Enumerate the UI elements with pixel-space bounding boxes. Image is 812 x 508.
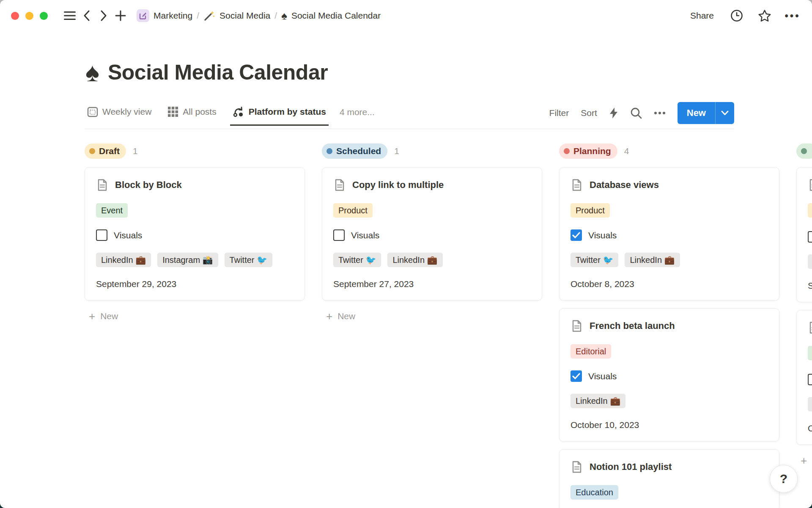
search-icon (630, 107, 642, 119)
category-tag: Product (333, 203, 373, 218)
new-dropdown-button[interactable] (715, 102, 734, 124)
visuals-checkbox[interactable] (808, 374, 812, 385)
category-tag (808, 346, 812, 360)
filter-button[interactable]: Filter (549, 108, 569, 118)
board-column: Scheduled 1 Copy link to multiple Produc… (322, 144, 542, 325)
platform-tag: LinkedIn 💼 (571, 394, 625, 408)
traffic-lights (11, 12, 48, 20)
platform-tags: Twitter 🐦LinkedIn 💼 (333, 253, 531, 267)
wand-icon (203, 10, 215, 22)
platform-tag: LinkedIn 💼 (625, 253, 680, 267)
card-title-row: Database views (571, 179, 768, 191)
minimize-window-button[interactable] (25, 12, 33, 20)
toolbar-right: Share ••• (687, 7, 801, 24)
column-name: Scheduled (336, 146, 381, 156)
board: Draft 1 Block by Block Event Visuals Lin… (0, 129, 812, 508)
platform-tag: Twitter 🐦 (225, 253, 272, 267)
board-card[interactable]: Database views Product Visuals Twitter 🐦… (559, 167, 779, 301)
nav-forward-button[interactable] (95, 7, 112, 24)
category-tag: Event (96, 203, 128, 218)
column-name: Draft (99, 146, 120, 156)
column-status-pill[interactable]: Draft (85, 144, 126, 159)
automations-button[interactable] (609, 107, 618, 119)
board-card[interactable]: Block by Block Event Visuals LinkedIn 💼I… (85, 167, 305, 301)
more-views-button[interactable]: 4 more... (340, 107, 375, 124)
page-icon (808, 179, 812, 191)
more-options-button[interactable]: ••• (784, 7, 801, 24)
visuals-row (808, 231, 812, 243)
platform-tag (808, 397, 812, 411)
column-status-pill[interactable]: Planning (559, 144, 617, 159)
checkbox-label: Visuals (114, 230, 142, 240)
board-card[interactable]: French beta launch Editorial Visuals Lin… (559, 308, 779, 442)
visuals-checkbox[interactable] (333, 229, 345, 241)
search-view-button[interactable] (630, 107, 642, 119)
card-date: S (808, 281, 812, 291)
visuals-checkbox[interactable] (808, 231, 812, 243)
visuals-checkbox[interactable] (96, 229, 107, 241)
page-icon (96, 179, 109, 191)
tab-platform-by-status[interactable]: Platform by status (230, 106, 329, 126)
visuals-row (808, 374, 812, 385)
column-new-button[interactable]: + New (85, 307, 305, 325)
board-card[interactable]: O (796, 310, 812, 445)
platform-tag: LinkedIn 💼 (387, 253, 442, 267)
board-column: S O + New (796, 144, 812, 469)
board-card[interactable]: Copy link to multiple Product Visuals Tw… (322, 167, 542, 301)
tab-weekly-view[interactable]: Weekly view (85, 106, 154, 125)
column-status-pill[interactable]: Scheduled (322, 144, 387, 159)
zoom-window-button[interactable] (40, 12, 48, 20)
column-new-button[interactable]: + New (322, 307, 542, 325)
card-title: Database views (590, 179, 659, 190)
chevron-down-icon (721, 110, 729, 116)
sort-button[interactable]: Sort (581, 108, 597, 118)
card-title-row: Copy link to multiple (333, 179, 531, 191)
board-card[interactable]: Notion 101 playlist Education (559, 449, 779, 508)
notion-window: Marketing / Social Media / ♠ Social Medi… (0, 0, 812, 508)
breadcrumb: Marketing / Social Media / ♠ Social Medi… (137, 9, 381, 22)
board-column: Planning 4 Database views Product Visual… (559, 144, 779, 508)
breadcrumb-item-social-media[interactable]: Social Media (203, 10, 270, 22)
platform-tags (808, 397, 812, 411)
column-cards: Copy link to multiple Product Visuals Tw… (322, 167, 542, 301)
new-button[interactable]: New (678, 102, 715, 124)
chevron-left-icon (83, 10, 90, 21)
tab-all-posts[interactable]: All posts (165, 106, 219, 125)
help-button[interactable]: ? (770, 465, 798, 493)
platform-tags: Twitter 🐦LinkedIn 💼 (571, 253, 768, 267)
page-icon (571, 461, 583, 473)
view-options-button[interactable] (654, 111, 666, 115)
plus-icon: + (89, 311, 95, 322)
share-button[interactable]: Share (687, 8, 717, 23)
visuals-checkbox[interactable] (571, 370, 582, 382)
visuals-row: Visuals (571, 370, 768, 382)
column-name: Planning (573, 146, 611, 156)
category-tag: Editorial (571, 344, 611, 359)
card-title-row: Notion 101 playlist (571, 461, 768, 473)
plus-icon (115, 10, 126, 21)
column-new-button[interactable]: + New (796, 452, 812, 469)
new-tab-button[interactable] (112, 7, 129, 24)
chevron-right-icon (100, 10, 107, 21)
breadcrumb-item-marketing[interactable]: Marketing (137, 9, 192, 22)
new-split-button: New (678, 102, 734, 124)
card-title-row (808, 179, 812, 191)
column-cards: Block by Block Event Visuals LinkedIn 💼I… (85, 167, 305, 301)
column-status-pill[interactable] (796, 144, 812, 159)
sidebar-toggle-button[interactable] (61, 7, 78, 24)
favorite-button[interactable] (756, 7, 773, 24)
page-icon (333, 179, 346, 191)
clock-icon (730, 9, 743, 22)
card-date: September 29, 2023 (96, 279, 294, 289)
spade-icon: ♠ (281, 10, 287, 21)
board-view-icon (233, 106, 244, 118)
visuals-checkbox[interactable] (571, 229, 582, 241)
checkbox-label: Visuals (351, 230, 379, 240)
breadcrumb-item-social-media-calendar[interactable]: ♠ Social Media Calendar (281, 10, 381, 21)
board-card[interactable]: S (796, 167, 812, 302)
platform-tag (808, 254, 812, 269)
history-button[interactable] (728, 7, 745, 24)
nav-back-button[interactable] (78, 7, 95, 24)
status-dot-icon (801, 148, 807, 154)
close-window-button[interactable] (11, 12, 19, 20)
